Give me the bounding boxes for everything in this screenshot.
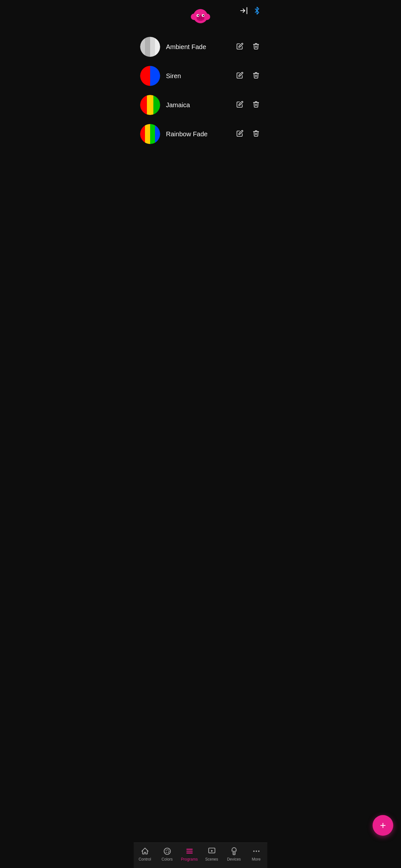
programs-list: Ambient Fade Siren: [134, 29, 267, 152]
edit-rainbow-fade-button[interactable]: [235, 128, 245, 140]
edit-icon: [236, 101, 243, 108]
program-item-jamaica: Jamaica: [140, 90, 261, 120]
signin-icon: [240, 6, 248, 15]
edit-icon: [236, 72, 243, 79]
delete-siren-button[interactable]: [251, 70, 261, 82]
program-swatch-rainbow-fade: [140, 124, 160, 144]
program-item-ambient-fade: Ambient Fade: [140, 32, 261, 61]
header-icons: [240, 6, 261, 15]
svg-point-6: [197, 15, 199, 16]
trash-icon: [252, 101, 259, 108]
program-item-rainbow-fade: Rainbow Fade: [140, 120, 261, 149]
program-actions-ambient-fade: [235, 41, 261, 53]
edit-siren-button[interactable]: [235, 70, 245, 82]
signin-button[interactable]: [240, 6, 248, 15]
svg-point-9: [201, 18, 202, 19]
program-name-rainbow-fade: Rainbow Fade: [166, 130, 235, 138]
program-actions-rainbow-fade: [235, 128, 261, 140]
program-name-siren: Siren: [166, 72, 235, 80]
trash-icon: [252, 130, 259, 137]
delete-rainbow-fade-button[interactable]: [251, 128, 261, 140]
bluetooth-button[interactable]: [253, 7, 261, 14]
trash-icon: [252, 72, 259, 79]
edit-icon: [236, 130, 243, 137]
delete-jamaica-button[interactable]: [251, 99, 261, 111]
monkey-logo-icon: [191, 6, 210, 26]
edit-ambient-fade-button[interactable]: [235, 41, 245, 53]
edit-jamaica-button[interactable]: [235, 99, 245, 111]
program-swatch-ambient-fade: [140, 37, 160, 57]
program-name-jamaica: Jamaica: [166, 101, 235, 109]
svg-point-8: [199, 18, 200, 19]
delete-ambient-fade-button[interactable]: [251, 41, 261, 53]
edit-icon: [236, 42, 243, 50]
program-name-ambient-fade: Ambient Fade: [166, 43, 235, 51]
program-actions-jamaica: [235, 99, 261, 111]
program-item-siren: Siren: [140, 61, 261, 90]
bluetooth-icon: [253, 7, 261, 14]
program-actions-siren: [235, 70, 261, 82]
program-swatch-jamaica: [140, 95, 160, 115]
svg-point-7: [203, 15, 204, 16]
trash-icon: [252, 42, 259, 50]
program-swatch-siren: [140, 66, 160, 86]
header: [134, 0, 267, 29]
